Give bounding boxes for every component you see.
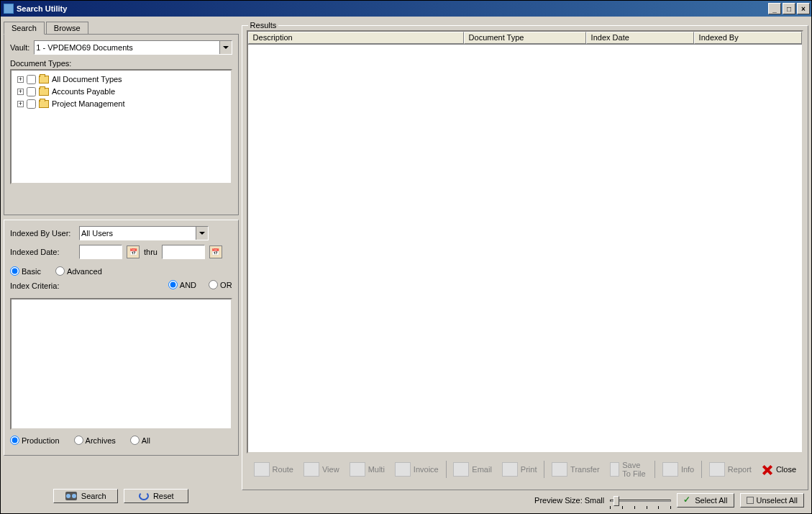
- close-window-button[interactable]: ×: [797, 3, 810, 14]
- minimize-button[interactable]: _: [768, 3, 781, 14]
- vault-select[interactable]: 1 - VPDEMO69 Documents: [34, 40, 232, 55]
- doctypes-label: Document Types:: [10, 59, 232, 68]
- window: Search Utility _ □ × Search Browse Vault…: [0, 0, 812, 514]
- col-indexedby[interactable]: Indexed By: [694, 32, 802, 44]
- email-icon: [453, 462, 469, 477]
- info-button[interactable]: Info: [658, 459, 698, 479]
- uncheck-icon: [747, 497, 754, 504]
- client-area: Search Browse Vault: 1 - VPDEMO69 Docume…: [1, 17, 811, 513]
- folder-icon: [39, 88, 49, 96]
- close-button[interactable]: Close: [757, 461, 800, 478]
- expand-icon[interactable]: +: [17, 76, 24, 83]
- transfer-icon: [552, 462, 567, 477]
- basic-radio-label[interactable]: Basic: [10, 266, 41, 276]
- production-radio[interactable]: [10, 436, 19, 445]
- print-button[interactable]: Print: [498, 459, 542, 479]
- binoculars-icon: [65, 492, 77, 500]
- doctype-checkbox[interactable]: [27, 99, 36, 109]
- doctype-checkbox[interactable]: [27, 87, 36, 96]
- invoice-button[interactable]: Invoice: [391, 459, 443, 479]
- window-title: Search Utility: [17, 4, 768, 13]
- search-tab-page: Vault: 1 - VPDEMO69 Documents Document T…: [4, 34, 239, 215]
- tab-search[interactable]: Search: [4, 22, 45, 35]
- folder-icon: [39, 100, 49, 108]
- tree-item[interactable]: + Project Management: [14, 98, 228, 109]
- tab-browse[interactable]: Browse: [46, 22, 88, 34]
- col-indexdate[interactable]: Index Date: [586, 32, 694, 44]
- criteria-panel: Indexed By User: All Users Indexed Date:…: [4, 220, 239, 456]
- col-doctype[interactable]: Document Type: [464, 32, 586, 44]
- advanced-radio[interactable]: [55, 266, 65, 276]
- check-icon: [683, 496, 692, 505]
- select-all-button[interactable]: Select All: [677, 493, 734, 508]
- indexed-by-user-label: Indexed By User:: [10, 229, 75, 238]
- save-icon: [610, 462, 620, 477]
- tree-label: Accounts Payable: [52, 87, 115, 96]
- expand-icon[interactable]: +: [17, 89, 24, 95]
- tab-strip: Search Browse: [4, 19, 239, 34]
- indexed-date-to[interactable]: [162, 245, 205, 259]
- folder-icon: [39, 76, 49, 84]
- criteria-listbox[interactable]: [10, 298, 232, 430]
- col-description[interactable]: Description: [248, 32, 464, 44]
- doctype-checkbox[interactable]: [27, 75, 36, 84]
- toolbar-divider: [654, 461, 655, 478]
- results-fieldset: Results Description Document Type Index …: [242, 25, 808, 490]
- all-radio[interactable]: [130, 436, 140, 445]
- transfer-button[interactable]: Transfer: [547, 459, 604, 479]
- titlebar: Search Utility _ □ ×: [1, 1, 811, 17]
- doctypes-tree[interactable]: + All Document Types + Accounts Payable …: [10, 69, 232, 184]
- indexed-date-label: Indexed Date:: [10, 248, 75, 256]
- tree-item[interactable]: + Accounts Payable: [14, 86, 228, 97]
- or-radio[interactable]: [209, 280, 218, 289]
- reset-icon: [139, 492, 149, 500]
- right-pane: Results Description Document Type Index …: [242, 19, 808, 510]
- basic-radio[interactable]: [10, 266, 19, 276]
- app-icon: [4, 4, 14, 14]
- multi-icon: [350, 462, 365, 477]
- and-radio[interactable]: [168, 280, 178, 289]
- expand-icon[interactable]: +: [17, 101, 24, 107]
- view-button[interactable]: View: [299, 459, 344, 479]
- left-pane: Search Browse Vault: 1 - VPDEMO69 Docume…: [4, 19, 239, 510]
- or-radio-label[interactable]: OR: [209, 280, 232, 289]
- maximize-button[interactable]: □: [783, 3, 795, 14]
- reset-button[interactable]: Reset: [124, 489, 188, 503]
- search-buttons: Search Reset: [4, 482, 239, 510]
- save-to-file-button[interactable]: Save To File: [606, 458, 652, 481]
- bottom-bar: Preview Size: Small Select All Unselect …: [242, 490, 808, 510]
- archives-radio[interactable]: [74, 436, 83, 445]
- and-radio-label[interactable]: AND: [168, 280, 196, 289]
- invoice-icon: [395, 462, 411, 477]
- indexed-date-from[interactable]: [79, 245, 122, 259]
- email-button[interactable]: Email: [449, 459, 496, 479]
- production-radio-label[interactable]: Production: [10, 436, 60, 445]
- preview-size-label: Preview Size: Small: [534, 496, 604, 505]
- route-icon: [254, 462, 270, 477]
- unselect-all-button[interactable]: Unselect All: [740, 493, 804, 508]
- report-button[interactable]: Report: [705, 459, 756, 479]
- report-icon: [709, 462, 725, 477]
- calendar-icon[interactable]: 📅: [127, 245, 140, 258]
- results-grid[interactable]: Description Document Type Index Date Ind…: [247, 30, 803, 454]
- close-icon: [762, 464, 773, 475]
- search-button[interactable]: Search: [53, 489, 118, 503]
- preview-size-slider[interactable]: [610, 493, 671, 508]
- print-icon: [502, 462, 518, 477]
- info-icon: [662, 462, 678, 477]
- route-button[interactable]: Route: [250, 459, 298, 479]
- advanced-radio-label[interactable]: Advanced: [55, 266, 102, 276]
- thru-label: thru: [144, 248, 158, 256]
- all-radio-label[interactable]: All: [130, 436, 150, 445]
- vault-label: Vault:: [10, 43, 29, 52]
- results-legend: Results: [248, 21, 279, 30]
- grid-header: Description Document Type Index Date Ind…: [248, 32, 802, 45]
- tree-item[interactable]: + All Document Types: [14, 73, 228, 85]
- toolbar-divider: [701, 461, 702, 478]
- calendar-icon[interactable]: 📅: [209, 245, 222, 258]
- indexed-by-user-select[interactable]: All Users: [79, 226, 209, 240]
- tree-label: Project Management: [52, 99, 125, 108]
- index-criteria-label: Index Criteria:: [10, 281, 59, 290]
- archives-radio-label[interactable]: Archives: [74, 436, 116, 445]
- multi-button[interactable]: Multi: [345, 459, 389, 479]
